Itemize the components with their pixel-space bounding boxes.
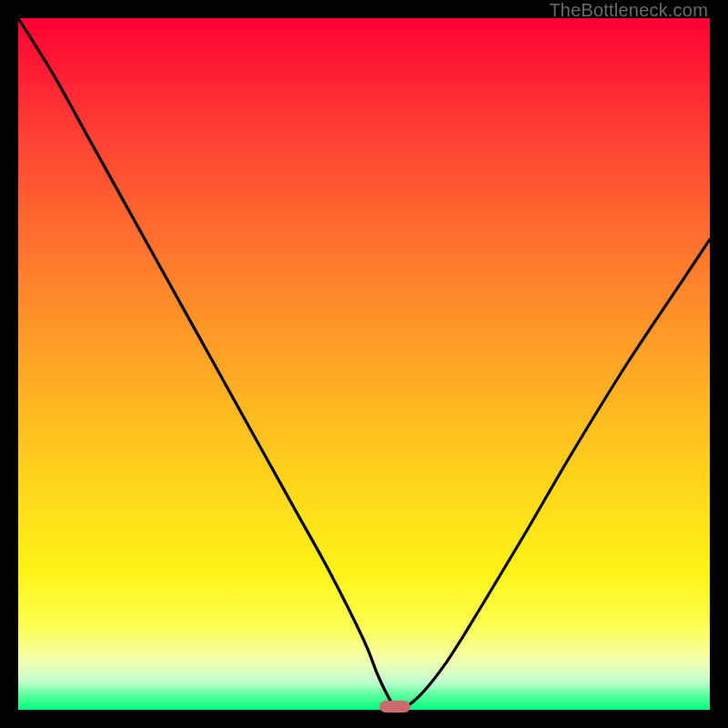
- plot-area: [18, 18, 710, 710]
- bottleneck-curve: [18, 18, 710, 710]
- minimum-marker: [379, 701, 410, 713]
- chart-frame: TheBottleneck.com: [0, 0, 728, 728]
